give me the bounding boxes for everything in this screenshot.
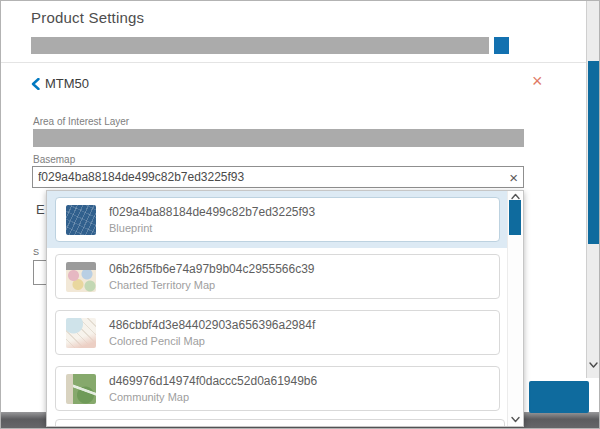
basemap-option[interactable]: 06b26f5fb6e74a97b9b04c2955566c39 Charted… [55,254,500,299]
basemap-option-texts: f029a4ba88184de499c82b7ed3225f93 Bluepri… [109,205,315,234]
primary-action-button[interactable] [529,381,589,413]
basemap-option[interactable]: 486cbbf4d3e84402903a656396a2984f Colored… [55,310,500,355]
list-item-partial[interactable] [55,419,505,427]
basemap-dropdown: f029a4ba88184de499c82b7ed3225f93 Bluepri… [46,190,524,427]
basemap-option-card[interactable]: d469976d14974f0daccc52d0a61949b6 Communi… [55,366,500,411]
basemap-item-id: f029a4ba88184de499c82b7ed3225f93 [109,205,315,219]
occluded-label-e: E [36,202,45,217]
blue-square-marker [494,37,509,54]
basemap-option-card[interactable]: 486cbbf4d3e84402903a656396a2984f Colored… [55,310,500,355]
basemap-item-name: Colored Pencil Map [109,335,315,347]
basemap-option-card[interactable]: f029a4ba88184de499c82b7ed3225f93 Bluepri… [55,197,500,242]
basemap-input-wrap: × [32,166,524,188]
header-divider [1,62,588,63]
basemap-option-texts: 06b26f5fb6e74a97b9b04c2955566c39 Charted… [109,262,315,291]
redacted-bar-top [31,37,489,54]
back-chevron-icon [31,78,40,90]
basemap-item-name: Charted Territory Map [109,279,315,291]
basemap-thumbnail [66,262,96,292]
area-of-interest-label: Area of Interest Layer [33,116,129,127]
back-button[interactable]: MTM50 [31,76,89,91]
occluded-input-fragment[interactable] [33,260,47,285]
basemap-option-texts: d469976d14974f0daccc52d0a61949b6 Communi… [109,374,317,403]
clear-input-icon[interactable]: × [509,168,518,187]
basemap-thumbnail [66,318,96,348]
basemap-item-id: 06b26f5fb6e74a97b9b04c2955566c39 [109,262,315,276]
basemap-item-name: Blueprint [109,222,315,234]
dropdown-scrollbar-thumb[interactable] [509,200,521,235]
panel-scrollbar[interactable] [586,1,599,378]
area-of-interest-field-redacted[interactable] [33,129,524,147]
product-settings-dialog: Product Settings MTM50 × Area of Interes… [0,0,600,429]
basemap-option[interactable]: d469976d14974f0daccc52d0a61949b6 Communi… [55,366,500,411]
basemap-option-card[interactable]: 06b26f5fb6e74a97b9b04c2955566c39 Charted… [55,254,500,299]
panel-scrollbar-thumb[interactable] [588,61,599,244]
basemap-input[interactable] [33,167,523,187]
occluded-label-s: S [33,247,39,257]
basemap-dropdown-list: f029a4ba88184de499c82b7ed3225f93 Bluepri… [47,191,508,411]
basemap-item-name: Community Map [109,391,317,403]
basemap-option-texts: 486cbbf4d3e84402903a656396a2984f Colored… [109,318,315,347]
dropdown-scrollbar[interactable] [507,191,522,426]
scroll-down-icon[interactable] [589,361,598,369]
dropdown-scroll-down-icon[interactable] [511,416,520,423]
basemap-label: Basemap [33,154,75,165]
basemap-item-id: 486cbbf4d3e84402903a656396a2984f [109,318,315,332]
basemap-thumbnail [66,205,96,235]
basemap-thumbnail [66,374,96,404]
basemap-item-id: d469976d14974f0daccc52d0a61949b6 [109,374,317,388]
close-icon[interactable]: × [532,72,543,90]
basemap-option[interactable]: f029a4ba88184de499c82b7ed3225f93 Bluepri… [47,191,508,248]
panel-title: MTM50 [45,76,89,91]
dropdown-scroll-up-icon[interactable] [511,193,520,200]
page-title: Product Settings [31,9,144,26]
